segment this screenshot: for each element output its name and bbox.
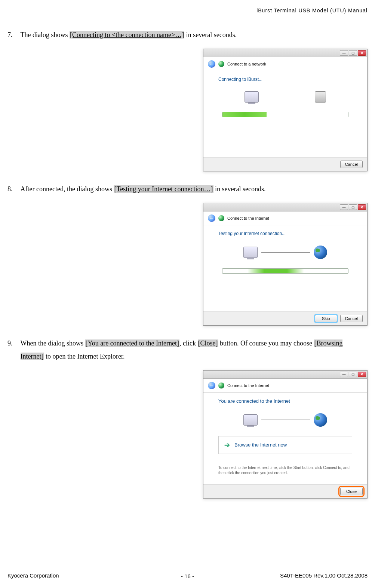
skip-button[interactable]: Skip (315, 315, 337, 322)
close-button[interactable]: ✕ (358, 372, 366, 377)
connection-graphic (218, 91, 352, 103)
connection-graphic (218, 246, 352, 259)
step-number: 7. (7, 28, 19, 41)
step-text: After connected, the dialog shows [Testi… (21, 183, 366, 195)
step-8: 8. After connected, the dialog shows [Te… (7, 183, 368, 195)
dialog-footer: Close (203, 484, 367, 498)
highlight: [Testing your Internet connection…] (114, 185, 213, 193)
highlight: [You are connected to the Internet] (85, 339, 179, 347)
arrow-right-icon: ➔ (224, 441, 230, 449)
network-icon (218, 215, 224, 221)
globe-icon (314, 413, 327, 427)
computer-icon (243, 414, 258, 426)
status-message: Connecting to iBurst... (218, 77, 352, 82)
text: in several seconds. (184, 31, 237, 39)
dialog-title: Connect to the Internet (227, 216, 269, 220)
back-icon[interactable]: ← (208, 214, 215, 222)
computer-icon (243, 247, 258, 258)
maximize-button[interactable]: ▢ (349, 204, 357, 210)
helper-text: To connect to the Internet next time, cl… (218, 465, 352, 476)
dialog-footer: Skip Cancel (203, 311, 367, 325)
highlight: [Close] (198, 339, 218, 347)
step-number: 9. (7, 337, 19, 350)
dialog-connect-internet: — ▢ ✕ ← Connect to the Internet Testing … (203, 203, 368, 326)
minimize-button[interactable]: — (340, 372, 348, 377)
progress-fill (248, 269, 304, 273)
text: to open the Internet Explorer. (44, 353, 125, 360)
dialog-3-wrap: — ▢ ✕ ← Connect to the Internet You are … (7, 370, 368, 499)
close-dialog-button[interactable]: Close (340, 488, 363, 495)
text: in several seconds. (213, 185, 266, 193)
status-heading: You are connected to the Internet (218, 398, 352, 404)
computer-icon (245, 91, 259, 103)
connection-line (261, 252, 310, 253)
dialog-body: Connecting to iBurst... (203, 71, 367, 157)
progress-bar (222, 268, 348, 274)
text: The dialog shows (21, 31, 70, 39)
server-icon (315, 91, 326, 103)
connection-line (261, 420, 310, 420)
network-icon (218, 383, 224, 389)
titlebar: — ▢ ✕ (203, 49, 367, 57)
doc-header: iBurst Terminal USB Model (UTU) Manual (7, 7, 368, 13)
titlebar: — ▢ ✕ (203, 203, 367, 211)
dialog-1-wrap: — ▢ ✕ ← Connect to a network Connecting … (7, 49, 368, 171)
step-text: When the dialog shows [You are connected… (21, 337, 366, 362)
text: button. Of course you may choose (218, 339, 314, 347)
cancel-button[interactable]: Cancel (340, 315, 363, 322)
back-icon[interactable]: ← (208, 382, 215, 389)
status-message: Testing your Internet connection... (218, 231, 352, 236)
close-button[interactable]: ✕ (358, 204, 366, 210)
dialog-2-wrap: — ▢ ✕ ← Connect to the Internet Testing … (7, 203, 368, 326)
page-number: - 16 - (181, 573, 194, 579)
dialog-body: Testing your Internet connection... (203, 225, 367, 311)
dialog-title: Connect to a network (227, 62, 266, 66)
browse-internet-button[interactable]: ➔ Browse the Internet now (218, 436, 352, 454)
progress-bar (222, 112, 348, 117)
step-7: 7. The dialog shows [Connecting to <the … (7, 28, 368, 41)
connection-line (262, 97, 311, 97)
page-footer: Kyocera Corporation - 16 - S40T-EE005 Re… (7, 572, 368, 579)
text: When the dialog shows (21, 339, 85, 347)
highlight: [Connecting to <the connection name>…] (70, 31, 184, 39)
titlebar: — ▢ ✕ (203, 371, 367, 379)
progress-fill (222, 112, 267, 117)
connection-graphic (218, 413, 352, 427)
maximize-button[interactable]: ▢ (349, 372, 357, 377)
footer-company: Kyocera Corporation (7, 572, 59, 579)
minimize-button[interactable]: — (340, 204, 348, 210)
close-button[interactable]: ✕ (358, 50, 366, 56)
step-number: 8. (7, 183, 19, 195)
dialog-header: ← Connect to the Internet (203, 379, 367, 393)
text: , click (179, 339, 197, 347)
step-9: 9. When the dialog shows [You are connec… (7, 337, 368, 362)
dialog-title: Connect to the Internet (227, 383, 269, 388)
dialog-header: ← Connect to the Internet (203, 211, 367, 225)
maximize-button[interactable]: ▢ (349, 50, 357, 56)
text: After connected, the dialog shows (21, 185, 114, 193)
dialog-footer: Cancel (203, 157, 367, 171)
footer-revision: S40T-EE005 Rev.1.00 Oct.28.2008 (280, 572, 368, 579)
dialog-header: ← Connect to a network (203, 57, 367, 71)
globe-icon (314, 246, 327, 259)
dialog-connect-network: — ▢ ✕ ← Connect to a network Connecting … (203, 49, 368, 171)
dialog-body: You are connected to the Internet ➔ Brow… (203, 393, 367, 484)
cancel-button[interactable]: Cancel (340, 161, 363, 168)
network-icon (218, 61, 224, 67)
step-text: The dialog shows [Connecting to <the con… (21, 28, 366, 41)
back-icon[interactable]: ← (208, 60, 215, 68)
minimize-button[interactable]: — (340, 50, 348, 56)
browse-label: Browse the Internet now (234, 442, 287, 448)
dialog-connected: — ▢ ✕ ← Connect to the Internet You are … (203, 370, 368, 499)
